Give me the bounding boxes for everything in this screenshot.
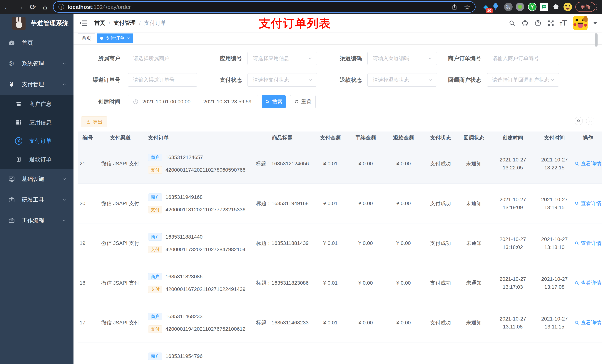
search-button[interactable]: 搜索 [262,95,286,108]
breadcrumb: 首页 / 支付管理 / 支付订单 [94,19,166,27]
pay-channel-cell: 微信 JSAPI 支付 [96,144,144,184]
gear-icon: ⚙ [7,60,16,68]
avatar-caret-icon[interactable] [593,22,597,24]
toggle-search-button[interactable] [575,117,583,125]
magnifier-icon [574,281,579,285]
chevron-up-icon [62,82,67,87]
browser-update-button[interactable]: 更新 [575,2,595,12]
profile-emoji-icon[interactable] [563,2,572,11]
pay-channel-cell: 微信 JSAPI 支付 [96,263,144,303]
sidebar-item-pay-order[interactable]: ¥ 支付订单 [0,132,74,150]
view-detail-link[interactable]: 查看详情 [574,200,602,207]
pay-order-table: 编号 支付渠道 支付订单 商品标题 支付金额 手续金额 退款金额 支付状态 回调… [78,132,602,364]
pay-status-cell [424,343,457,364]
table-body: 21 微信 JSAPI 支付 商户 1635312124657 支付 42000… [78,144,602,364]
extension-command-icon[interactable]: ⌘ [504,2,513,11]
notify-status-cell: 未通知 [457,263,491,303]
breadcrumb-pay-manage[interactable]: 支付管理 [113,19,136,27]
refresh-table-button[interactable] [586,117,594,125]
merchant-select[interactable] [128,52,197,65]
sidebar-collapse-icon[interactable] [79,19,87,27]
pay-time-cell: 2021-10-2713:18:10 [535,223,574,263]
view-detail-link[interactable]: 查看详情 [574,319,602,326]
pay-status-cell: 支付成功 [424,184,457,223]
sidebar-item-refund-order[interactable]: 退款订单 [0,150,74,169]
tab-pay-order[interactable]: 支付订单 × [97,33,133,43]
magnifier-icon [574,161,579,166]
sidebar-item-payment[interactable]: ¥ 支付管理 [0,74,74,95]
browser-reload-button[interactable]: ⟳ [27,0,39,14]
yen-icon: ¥ [7,81,16,88]
view-detail-link[interactable]: 查看详情 [574,240,602,247]
sidebar-item-app-info[interactable]: 应用信息 [0,113,74,132]
extension-chat-icon[interactable] [540,2,548,11]
pay-status-cell: 支付成功 [424,223,457,263]
github-icon[interactable] [521,19,529,27]
pay-channel-cell: 微信 JSAPI 支付 [96,223,144,263]
sidebar-item-label: 支付订单 [29,137,52,145]
extension-y-icon[interactable]: Y [528,2,537,11]
help-icon[interactable] [534,19,542,27]
bookmark-star-icon[interactable]: ☆ [464,3,470,11]
site-info-icon[interactable]: ⓘ [58,3,64,11]
close-icon[interactable]: × [127,36,130,41]
view-detail-link[interactable]: 查看详情 [574,160,602,167]
sidebar-item-merchant-info[interactable]: 商户信息 [0,95,74,113]
pay-status-select[interactable] [247,73,317,87]
extension-record-icon[interactable] [516,2,525,11]
fee-amount-cell: ¥ 0.00 [348,144,383,184]
chevron-down-icon [62,197,67,202]
clock-icon [133,99,139,105]
table-row[interactable]: 18 微信 JSAPI 支付 商户 1635311823086 支付 42000… [78,263,602,303]
extension-balloon-icon[interactable] [491,2,500,11]
order-id-cell: 18 [78,263,96,303]
table-row[interactable]: 17 微信 JSAPI 支付 商户 1635311468233 支付 42000… [78,303,602,343]
date-range-picker[interactable]: 2021-10-01 00:00:00 - 2021-10-31 23:59:5… [128,95,258,108]
magnifier-icon [574,201,579,206]
product-title-cell: 标题：1635311949168 [252,184,313,223]
avatar[interactable] [573,16,588,30]
browser-back-button[interactable]: ← [1,0,13,14]
channel-order-no-input[interactable] [128,73,197,87]
extensions-puzzle-icon[interactable] [551,2,560,11]
breadcrumb-home[interactable]: 首页 [94,19,105,27]
search-icon[interactable] [508,19,516,27]
create-time-cell: 2021-10-2713:11:08 [491,303,535,343]
refund-amount-cell: ¥ 0.00 [383,263,424,303]
browser-menu-icon[interactable]: ⋮ [593,0,600,14]
table-row[interactable]: 商户 1635311954796 支付 查看详情 [78,343,602,364]
notify-status-select[interactable] [487,73,559,87]
tab-home[interactable]: 首页 [78,33,95,43]
table-row[interactable]: 20 微信 JSAPI 支付 商户 1635311949168 支付 42000… [78,184,602,223]
merchant-order-no-input[interactable] [487,52,559,65]
filter-label-app: 应用编号 [192,52,242,65]
product-title-cell [252,343,313,364]
pay-channel-cell: 微信 JSAPI 支付 [96,184,144,223]
sidebar-item-infrastructure[interactable]: 基础设施 [0,169,74,189]
fullscreen-icon[interactable] [547,19,555,27]
table-row[interactable]: 19 微信 JSAPI 支付 商户 1635311881440 支付 42000… [78,223,602,263]
order-id-cell [78,343,96,364]
view-detail-link[interactable]: 查看详情 [574,280,602,287]
reset-button[interactable]: 重置 [290,95,316,108]
share-icon[interactable] [451,4,458,10]
font-size-icon[interactable]: TT [559,19,567,27]
app-select[interactable] [247,52,317,65]
fee-amount-cell [348,343,383,364]
sidebar-item-system[interactable]: ⚙ 系统管理 [0,53,74,74]
tags-view-bar: 首页 支付订单 × [74,32,602,44]
browser-home-button[interactable]: ⌂ [39,0,51,14]
sidebar-item-home[interactable]: 首页 [0,32,74,53]
pay-status-cell: 支付成功 [424,144,457,184]
address-bar[interactable]: ⓘ localhost :1024/pay/order ☆ [53,1,475,13]
export-button[interactable]: 导出 [81,116,107,127]
extension-diamond-icon[interactable]: ◆ 10 [482,2,490,11]
table-row[interactable]: 21 微信 JSAPI 支付 商户 1635312124657 支付 42000… [78,144,602,184]
app-logo[interactable]: 芋道管理系统 [0,14,74,32]
sidebar-item-dev-tools[interactable]: 研发工具 [0,189,74,210]
browser-forward-button[interactable]: → [14,0,26,14]
pay-time-cell: 2021-10-2713:19:15 [535,184,574,223]
page-scrollbar[interactable] [595,33,598,47]
sidebar-item-workflow[interactable]: 工作流程 [0,210,74,231]
create-time-cell: 2021-10-2713:19:09 [491,184,535,223]
